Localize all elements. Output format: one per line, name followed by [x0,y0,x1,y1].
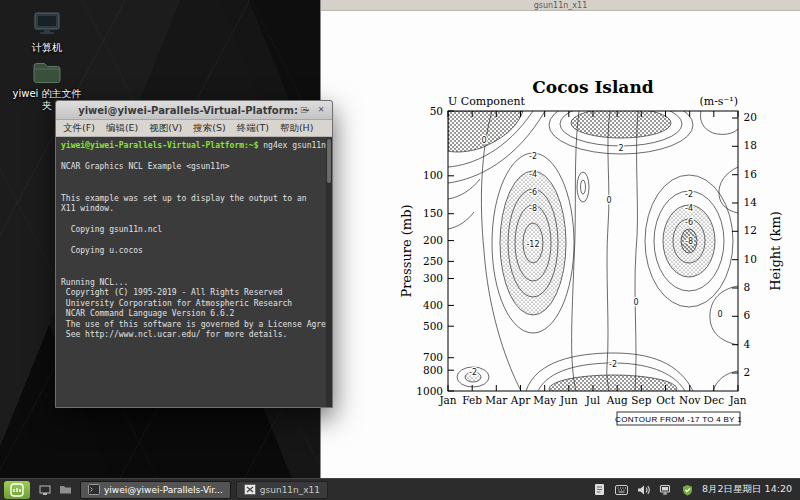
minimize-icon[interactable]: ─ [280,103,294,117]
svg-text:0: 0 [606,196,611,205]
files-icon [59,484,72,495]
svg-text:12: 12 [744,224,757,236]
terminal-line [61,152,327,163]
terminal-line [61,183,327,194]
svg-text:6: 6 [744,309,751,321]
plot-title: Cocos Island [532,77,653,97]
y-axis-left-tick-labels: 50 100 150 200 250 300 400 500 700 800 1… [416,105,443,397]
terminal-scrollbar[interactable] [326,138,332,407]
y-axis-right-tick-labels: 20 18 16 14 12 10 8 6 4 2 [744,111,758,378]
maximize-icon[interactable]: ▢ [297,103,311,117]
terminal-line: Running NCL... [61,278,327,289]
network-icon[interactable] [658,482,673,497]
folder-icon [32,60,62,84]
svg-text:Feb: Feb [462,394,482,406]
svg-text:Jul: Jul [585,394,601,406]
files-launcher-button[interactable] [55,481,75,499]
svg-text:-2: -2 [469,368,477,377]
svg-text:Dec: Dec [704,394,725,406]
contour-plot: Cocos Island U Component (m-s⁻¹) Pressur… [321,71,800,446]
svg-text:May: May [533,394,556,406]
terminal-line [61,267,327,278]
svg-text:300: 300 [423,272,443,284]
taskbar-window-label: yiwei@yiwei-Parallels-Vir... [104,485,223,495]
svg-text:200: 200 [423,234,443,246]
window-controls: ─ ▢ ✕ [280,103,328,117]
svg-text:Nov: Nov [679,394,701,406]
terminal-line: Copying gsun11n.ncl [61,225,327,236]
terminal-titlebar[interactable]: yiwei@yiwei-Parallels-Virtual-Platform: … [56,101,332,120]
terminal-output[interactable]: yiwei@yiwei-Parallels-Virtual-Platform:~… [56,138,332,407]
plot-units-label: (m-s⁻¹) [699,95,738,108]
y-axis-label-right: Height (km) [768,211,783,291]
x11-canvas: Cocos Island U Component (m-s⁻¹) Pressur… [321,11,800,478]
plot-subtitle-left: U Component [448,95,526,108]
svg-text:Mar: Mar [485,394,508,406]
terminal-line: Copying u.cocos [61,246,327,257]
svg-text:Sep: Sep [631,394,651,406]
svg-text:Aug: Aug [606,394,628,406]
svg-text:18: 18 [744,139,757,151]
menu-item-view[interactable]: 视图(V) [149,122,182,135]
svg-text:700: 700 [423,351,443,363]
menu-item-help[interactable]: 帮助(H) [280,122,314,135]
input-method-tray-icon[interactable] [614,482,629,497]
terminal-line [61,173,327,184]
svg-text:-4: -4 [685,204,693,213]
terminal-line: NCAR Graphics NCL Example <gsun11n> [61,162,327,173]
svg-text:CONTOUR FROM -17 TO 4 BY 1: CONTOUR FROM -17 TO 4 BY 1 [615,415,742,424]
menu-item-search[interactable]: 搜索(S) [193,122,225,135]
svg-text:1000: 1000 [416,385,443,397]
taskbar: yiwei@yiwei-Parallels-Vir... gsun11n_x11 [0,478,800,500]
svg-text:-8: -8 [529,204,537,213]
mint-logo-icon [10,483,24,497]
taskbar-window-x11[interactable]: gsun11n_x11 [236,481,328,499]
svg-text:Oct: Oct [656,394,675,406]
menu-item-edit[interactable]: 编辑(E) [106,122,138,135]
show-desktop-icon [39,484,51,496]
svg-text:250: 250 [423,255,443,267]
mint-menu-button[interactable] [4,481,30,499]
terminal-line: X11 window. [61,204,327,215]
menu-item-terminal[interactable]: 终端(T) [237,122,269,135]
screen: 计算机 yiwei 的主文件夹 gsun11n_x11 [0,0,800,500]
terminal-line: See http://www.ncl.ucar.edu/ for more de… [61,330,327,341]
desktop-icon-computer[interactable]: 计算机 [12,12,82,54]
svg-text:2: 2 [618,144,623,153]
taskbar-clock[interactable]: 8月2日星期日 14:20 [702,483,792,496]
svg-text:0: 0 [717,310,722,319]
svg-text:-12: -12 [526,240,539,249]
terminal-line [61,257,327,268]
x11-app-icon [244,484,256,495]
svg-text:0: 0 [481,136,486,145]
svg-text:8: 8 [744,281,751,293]
x11-titlebar[interactable]: gsun11n_x11 [321,0,800,11]
menu-item-file[interactable]: 文件(F) [63,122,95,135]
terminal-window-title: yiwei@yiwei-Parallels-Virtual-Platform: … [78,105,310,116]
system-tray: 8月2日星期日 14:20 [592,482,796,497]
taskbar-window-label: gsun11n_x11 [260,485,320,495]
svg-text:10: 10 [744,253,757,265]
svg-text:50: 50 [430,105,443,117]
svg-text:Jun: Jun [559,394,578,406]
terminal-icon [88,484,100,495]
svg-text:400: 400 [423,299,443,311]
show-desktop-button[interactable] [35,481,55,499]
x11-window-title: gsun11n_x11 [534,1,588,10]
taskbar-window-terminal[interactable]: yiwei@yiwei-Parallels-Vir... [80,481,231,499]
clipboard-tray-icon[interactable] [592,482,607,497]
svg-text:-6: -6 [685,218,693,227]
terminal-prompt-line: yiwei@yiwei-Parallels-Virtual-Platform:~… [61,141,327,152]
svg-text:2: 2 [744,366,751,378]
close-icon[interactable]: ✕ [314,103,328,117]
svg-text:800: 800 [423,364,443,376]
terminal-menubar: 文件(F) 编辑(E) 视图(V) 搜索(S) 终端(T) 帮助(H) [56,120,332,137]
scrollbar-thumb[interactable] [327,139,331,183]
svg-text:500: 500 [423,320,443,332]
terminal-line: This example was set up to display the o… [61,194,327,205]
update-shield-icon[interactable] [680,482,695,497]
terminal-line: University Corporation for Atmospheric R… [61,299,327,310]
terminal-line [61,236,327,247]
terminal-line: NCAR Command Language Version 6.6.2 [61,309,327,320]
volume-icon[interactable] [636,482,651,497]
